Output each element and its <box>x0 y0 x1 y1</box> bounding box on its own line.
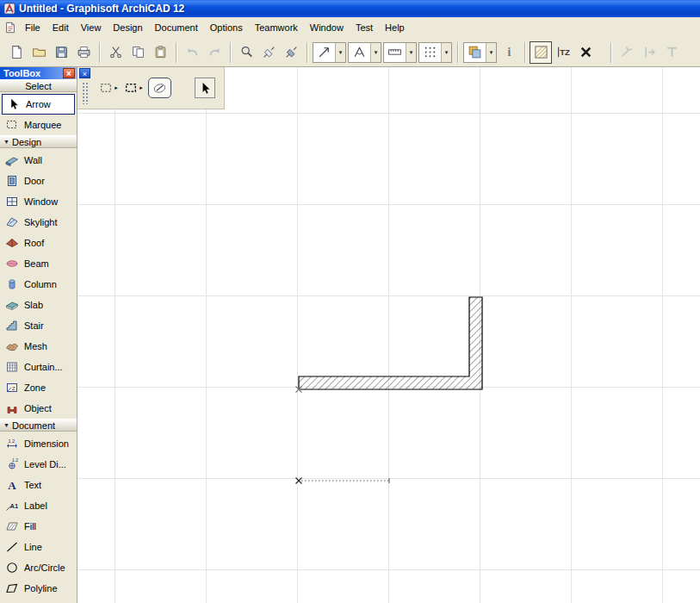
zoom-button[interactable] <box>235 41 257 64</box>
menu-file[interactable]: File <box>19 19 46 36</box>
document-window-icon[interactable] <box>4 22 16 34</box>
menu-help[interactable]: Help <box>379 19 411 36</box>
toolbox-section-design[interactable]: ▼Design <box>0 135 77 148</box>
tool-mesh[interactable]: Mesh <box>0 336 77 357</box>
toolbox-titlebar[interactable]: ToolBox × <box>0 67 77 79</box>
redo-button[interactable] <box>203 41 226 64</box>
menu-view[interactable]: View <box>75 19 108 36</box>
tool-door[interactable]: Door <box>0 171 77 191</box>
cut-button[interactable] <box>104 41 127 64</box>
dropdown-arrow-icon[interactable]: ▾ <box>370 43 381 62</box>
tool-arrow[interactable]: Arrow <box>2 94 75 115</box>
tool-label[interactable]: A1Label <box>0 495 77 516</box>
tool-icon-wrap <box>3 581 22 596</box>
menu-test[interactable]: Test <box>350 19 379 36</box>
tool-roof[interactable]: Roof <box>0 233 77 253</box>
zone-icon: Z <box>5 381 19 395</box>
undo-button[interactable] <box>181 41 203 64</box>
trim-button[interactable] <box>616 41 638 64</box>
toolbar-separator <box>230 42 231 63</box>
tool-slab[interactable]: Slab <box>0 295 77 315</box>
dropdown-arrow-icon[interactable]: ▾ <box>486 43 496 62</box>
titlebar[interactable]: Untitled - Graphisoft ArchiCAD 12 <box>0 0 700 17</box>
paste-button[interactable] <box>149 41 171 64</box>
element-info-button[interactable]: i <box>498 41 520 64</box>
measure-dropdown[interactable]: ▾ <box>383 42 417 63</box>
delete-button[interactable] <box>574 41 597 64</box>
menu-document[interactable]: Document <box>149 19 204 36</box>
snap-grid-dropdown[interactable]: ▾ <box>418 42 452 63</box>
drag-handle[interactable] <box>82 82 89 104</box>
snap-grid-button[interactable] <box>419 43 441 62</box>
copy-icon <box>131 45 146 59</box>
selection-marquee-tool-button[interactable]: ▸ <box>123 78 144 98</box>
dropdown-arrow-icon[interactable]: ▾ <box>335 43 345 62</box>
pen-set-button[interactable] <box>464 43 486 62</box>
open-button[interactable] <box>28 41 50 64</box>
tool-icon-wrap: A1 <box>3 498 22 513</box>
pick-up-tool-button[interactable] <box>148 78 171 98</box>
toolbox-section-document[interactable]: ▼Document <box>0 419 77 432</box>
app-icon[interactable] <box>3 3 15 15</box>
measure-button[interactable] <box>384 43 406 62</box>
print-button[interactable] <box>72 41 95 64</box>
pick-up-parameters-button[interactable] <box>257 41 280 64</box>
tool-polyline[interactable]: Polyline <box>0 578 77 599</box>
tool-dimension[interactable]: 1 2Dimension <box>0 433 77 454</box>
menu-teamwork[interactable]: Teamwork <box>249 19 304 36</box>
tool-label: Skylight <box>24 217 58 227</box>
menu-options[interactable]: Options <box>204 19 249 36</box>
wall-element[interactable] <box>299 297 482 389</box>
guide-lines-dropdown[interactable]: ▾ <box>313 42 346 63</box>
angle-snap-dropdown[interactable]: ▾ <box>348 42 381 63</box>
angle-snap-button[interactable] <box>349 43 370 62</box>
tbar-icon <box>665 45 679 59</box>
x-mark-icon <box>579 45 593 59</box>
mini-close-icon[interactable]: × <box>79 68 90 78</box>
menu-edit[interactable]: Edit <box>46 19 75 36</box>
tool-label: Window <box>24 196 58 207</box>
fill-settings-button[interactable] <box>530 41 552 64</box>
tool-column[interactable]: Column <box>0 274 77 295</box>
tool-arc-circle[interactable]: Arc/Circle <box>0 557 77 578</box>
tool-zone[interactable]: ZZone <box>0 377 77 398</box>
new-button[interactable] <box>5 41 28 64</box>
tool-line[interactable]: Line <box>0 537 77 557</box>
dropdown-arrow-icon[interactable]: ▾ <box>441 43 451 62</box>
tool-fill[interactable]: Fill <box>0 516 77 537</box>
tool-skylight[interactable]: Skylight <box>0 212 77 233</box>
guide-lines-button[interactable] <box>313 43 335 62</box>
marquee-tool-button[interactable]: ▸ <box>98 78 119 98</box>
split-button[interactable] <box>638 41 660 64</box>
tool-object[interactable]: Object <box>0 398 77 419</box>
arrow-tool-button[interactable] <box>195 78 215 98</box>
dimension-text-button[interactable]: TZ <box>552 41 574 64</box>
tool-stair[interactable]: Stair <box>0 315 77 336</box>
tool-wall[interactable]: Wall <box>0 150 77 171</box>
save-button[interactable] <box>50 41 72 64</box>
tool-label: Roof <box>24 238 44 248</box>
copy-button[interactable] <box>127 41 149 64</box>
door-icon <box>5 174 19 188</box>
window-title: Untitled - Graphisoft ArchiCAD 12 <box>19 3 184 15</box>
tool-text[interactable]: AText <box>0 475 77 495</box>
tool-level-di[interactable]: 1.2Level Di... <box>0 454 77 475</box>
dropdown-arrow-icon[interactable]: ▸ <box>115 84 118 91</box>
menu-design[interactable]: Design <box>107 19 148 36</box>
tool-marquee[interactable]: Marquee <box>0 115 77 135</box>
drawing-canvas[interactable]: × ▸▸ <box>77 67 700 603</box>
tool-beam[interactable]: Beam <box>0 253 77 274</box>
inject-parameters-button[interactable] <box>280 41 302 64</box>
tool-curtain[interactable]: Curtain... <box>0 357 77 377</box>
guide-line <box>301 478 389 483</box>
dropdown-arrow-icon[interactable]: ▾ <box>406 43 416 62</box>
dropdown-arrow-icon[interactable]: ▸ <box>139 84 143 91</box>
adjust-button[interactable] <box>660 41 683 64</box>
menu-window[interactable]: Window <box>304 19 350 36</box>
origin-marker[interactable] <box>296 478 302 484</box>
tool-label: Fill <box>24 521 36 532</box>
pen-set-dropdown[interactable]: ▾ <box>463 42 497 63</box>
tool-window[interactable]: Window <box>0 191 77 212</box>
close-icon[interactable]: × <box>63 68 75 78</box>
tool-label: Arrow <box>26 99 51 109</box>
